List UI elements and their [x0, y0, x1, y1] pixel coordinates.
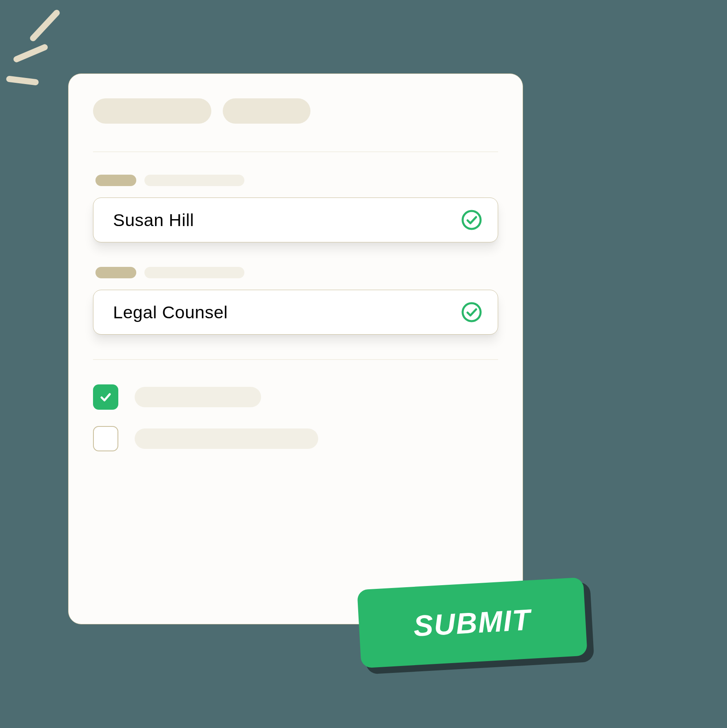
checkbox-2[interactable]	[93, 426, 118, 451]
validated-checkmark-icon	[461, 209, 482, 231]
role-field-group: Legal Counsel	[93, 267, 498, 335]
role-input-value: Legal Counsel	[113, 302, 228, 322]
submit-button[interactable]: SUBMIT	[357, 577, 587, 668]
checkbox-row-1	[93, 384, 498, 410]
validated-checkmark-icon	[461, 302, 482, 323]
role-input[interactable]: Legal Counsel	[93, 290, 498, 335]
divider	[93, 359, 498, 360]
name-field-group: Susan Hill	[93, 175, 498, 242]
svg-point-0	[463, 211, 481, 229]
header-placeholder-row	[93, 98, 498, 124]
divider	[93, 151, 498, 152]
role-label-row	[95, 267, 498, 278]
label-pill-dark	[95, 267, 136, 278]
checkbox-label-placeholder-2	[135, 428, 318, 449]
checkbox-label-placeholder-1	[135, 387, 261, 407]
label-pill-light	[144, 267, 244, 278]
name-label-row	[95, 175, 498, 186]
name-input[interactable]: Susan Hill	[93, 198, 498, 242]
svg-point-1	[463, 303, 481, 321]
header-pill-1	[93, 98, 211, 124]
label-pill-dark	[95, 175, 136, 186]
submit-button-label: SUBMIT	[412, 603, 532, 643]
checkbox-row-2	[93, 426, 498, 451]
header-pill-2	[223, 98, 310, 124]
checkmark-icon	[98, 390, 113, 404]
checkbox-1[interactable]	[93, 384, 118, 410]
form-card: Susan Hill Legal Counsel	[68, 73, 523, 624]
name-input-value: Susan Hill	[113, 210, 194, 230]
label-pill-light	[144, 175, 244, 186]
